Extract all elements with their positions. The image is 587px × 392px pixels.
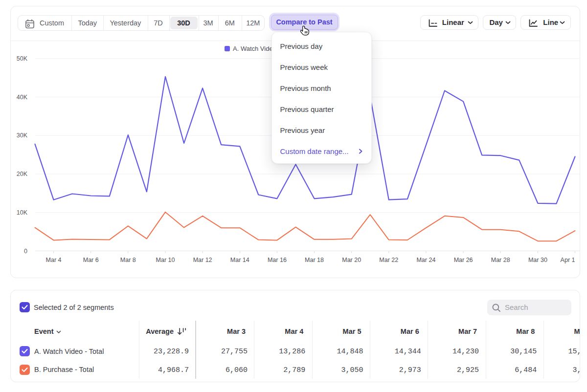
svg-text:Mar 24: Mar 24 <box>416 257 435 263</box>
svg-text:Mar 10: Mar 10 <box>156 257 175 263</box>
svg-text:Mar 18: Mar 18 <box>305 257 324 263</box>
svg-text:Mar 6: Mar 6 <box>83 257 99 263</box>
svg-text:Mar 28: Mar 28 <box>491 257 510 263</box>
svg-text:0: 0 <box>24 248 27 255</box>
svg-text:10K: 10K <box>17 209 28 216</box>
svg-text:Mar 22: Mar 22 <box>379 257 398 263</box>
svg-text:Mar 8: Mar 8 <box>120 257 136 263</box>
svg-text:Mar 30: Mar 30 <box>528 257 547 263</box>
svg-text:Mar 20: Mar 20 <box>342 257 361 263</box>
svg-text:Mar 16: Mar 16 <box>268 257 287 263</box>
svg-text:50K: 50K <box>17 55 28 62</box>
svg-text:Apr 1: Apr 1 <box>561 257 575 263</box>
svg-text:Mar 26: Mar 26 <box>454 257 473 263</box>
svg-text:30K: 30K <box>17 132 28 139</box>
svg-text:Mar 14: Mar 14 <box>230 257 249 263</box>
svg-text:20K: 20K <box>17 171 28 177</box>
svg-text:40K: 40K <box>17 94 28 101</box>
svg-text:Mar 4: Mar 4 <box>46 257 62 263</box>
svg-text:Mar 12: Mar 12 <box>193 257 212 263</box>
